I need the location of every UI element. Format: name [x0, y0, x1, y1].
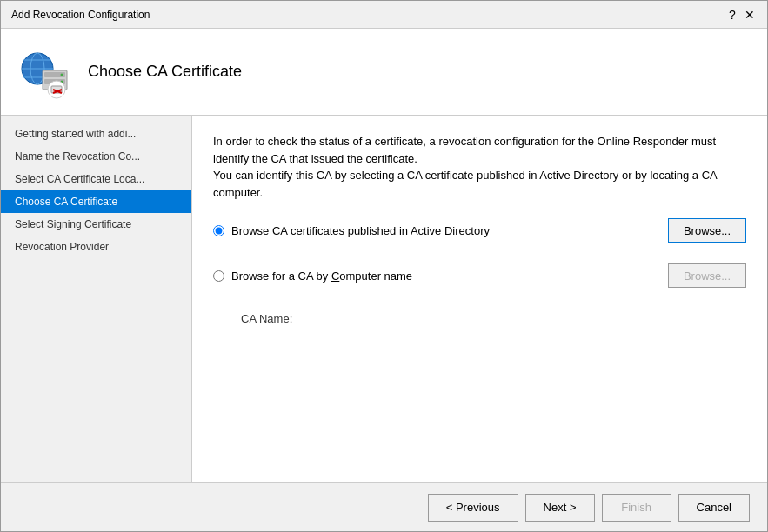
header-icon: [18, 44, 74, 100]
main-content: Getting started with addi... Name the Re…: [1, 116, 767, 482]
radio-option2-container: Browse for a CA by Computer name Browse.…: [213, 260, 746, 291]
radio-computer-name[interactable]: [213, 270, 224, 282]
dialog-title: Add Revocation Configuration: [11, 9, 150, 21]
radio-option1-container: Browse CA certificates published in Acti…: [213, 215, 746, 246]
header-area: Choose CA Certificate: [1, 29, 767, 116]
browse-active-directory-button[interactable]: Browse...: [668, 218, 746, 243]
close-button[interactable]: ✕: [743, 8, 757, 22]
server-cert-icon: [18, 44, 74, 100]
ca-name-label: CA Name:: [241, 312, 292, 325]
sidebar: Getting started with addi... Name the Re…: [1, 116, 192, 482]
sidebar-item-select-ca-location[interactable]: Select CA Certificate Loca...: [1, 168, 191, 190]
svg-point-9: [61, 73, 63, 76]
sidebar-item-select-signing[interactable]: Select Signing Certificate: [1, 213, 191, 236]
radio-active-directory[interactable]: [213, 225, 224, 236]
sidebar-item-revocation-provider[interactable]: Revocation Provider: [1, 236, 191, 258]
radio-computer-name-label[interactable]: Browse for a CA by Computer name: [213, 269, 412, 283]
footer: < Previous Next > Finish Cancel: [1, 482, 767, 531]
radio-active-directory-label[interactable]: Browse CA certificates published in Acti…: [213, 224, 490, 237]
title-bar-controls: ? ✕: [725, 8, 757, 22]
content-area: In order to check the status of a certif…: [192, 116, 767, 482]
cancel-button[interactable]: Cancel: [678, 494, 750, 522]
finish-button[interactable]: Finish: [602, 494, 671, 522]
dialog: Add Revocation Configuration ? ✕: [0, 0, 768, 532]
page-title: Choose CA Certificate: [88, 63, 242, 81]
sidebar-item-name-revocation[interactable]: Name the Revocation Co...: [1, 145, 191, 168]
title-bar: Add Revocation Configuration ? ✕: [1, 1, 767, 29]
sidebar-item-choose-ca[interactable]: Choose CA Certificate: [1, 190, 191, 213]
ca-name-row: CA Name:: [241, 312, 746, 325]
previous-button[interactable]: < Previous: [428, 494, 518, 522]
help-button[interactable]: ?: [725, 8, 739, 22]
sidebar-item-getting-started[interactable]: Getting started with addi...: [1, 123, 191, 145]
next-button[interactable]: Next >: [525, 494, 595, 522]
browse-computer-name-button[interactable]: Browse...: [668, 263, 746, 288]
description-text: In order to check the status of a certif…: [213, 133, 746, 201]
